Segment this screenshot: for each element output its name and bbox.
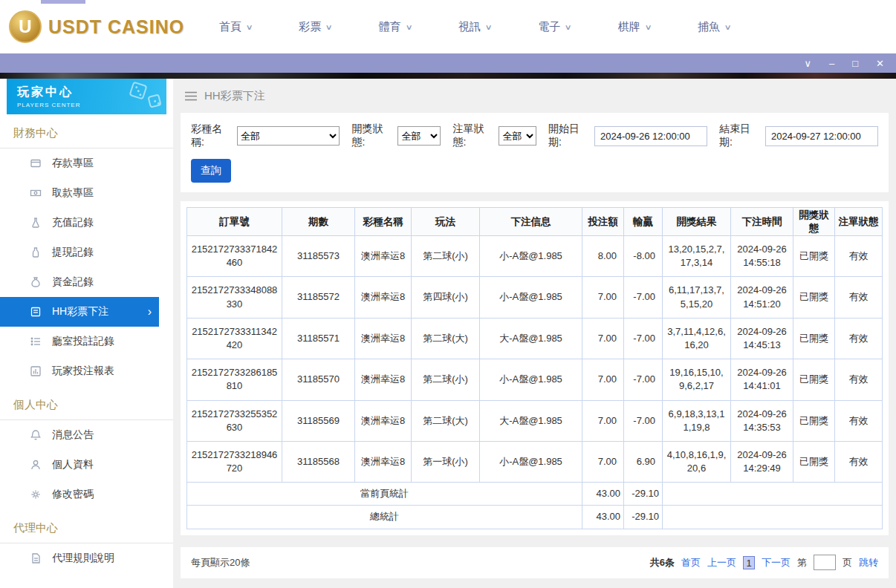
col-play: 玩法 bbox=[412, 208, 480, 236]
filter-panel: 彩種名稱: 全部 開獎狀態: 全部 注單狀態: 全部 開始日期: 結束日期: 查… bbox=[181, 113, 889, 192]
nav-item-sports[interactable]: 體育∨ bbox=[379, 20, 412, 34]
gear-icon bbox=[30, 489, 42, 500]
chevron-down-icon: ∨ bbox=[405, 23, 412, 31]
chevron-down-icon: ∨ bbox=[644, 23, 652, 31]
page-summary-amount: 43.00 bbox=[582, 483, 624, 506]
sidebar-item-player-bet-report[interactable]: 玩家投注報表 bbox=[0, 356, 173, 386]
cell-order_status: 有效 bbox=[835, 318, 883, 359]
col-winloss: 輸贏 bbox=[624, 208, 663, 236]
deposit-icon bbox=[30, 157, 42, 169]
chevron-down-icon: ∨ bbox=[485, 23, 493, 31]
page-title: HH彩票下注 bbox=[204, 89, 265, 103]
col-lottery: 彩種名稱 bbox=[355, 208, 412, 236]
cell-lottery: 澳洲幸运8 bbox=[355, 277, 412, 318]
page-jump-input[interactable] bbox=[814, 555, 836, 570]
cell-time: 2024-09-26 14:29:49 bbox=[731, 441, 793, 482]
draw-status-filter-label: 開獎狀態: bbox=[351, 122, 393, 149]
draw-status-select[interactable]: 全部 bbox=[397, 126, 441, 146]
main-content: HH彩票下注 彩種名稱: 全部 開獎狀態: 全部 注單狀態: 全部 開始日期: … bbox=[173, 79, 896, 588]
cell-period: 31185570 bbox=[282, 359, 355, 400]
cell-info: 大-A盤@1.985 bbox=[480, 318, 582, 359]
sidebar-item-announcements[interactable]: 消息公告 bbox=[0, 420, 173, 450]
cell-period: 31185568 bbox=[282, 441, 355, 482]
nav-item-electronic[interactable]: 電子∨ bbox=[538, 20, 571, 34]
sidebar: 玩家中心 PLAYERS CENTER 財務中心 存款專區 取款專區 充值記錄 … bbox=[0, 79, 173, 588]
table-summary: 當前頁統計 43.00 -29.10 總統計 43.00 -29.10 bbox=[187, 483, 883, 529]
records-list-icon bbox=[30, 336, 42, 347]
logo[interactable]: U USDT CASINO bbox=[9, 10, 191, 43]
col-order: 訂單號 bbox=[187, 208, 282, 236]
sidebar-item-withdrawal-record[interactable]: 提現記錄 bbox=[0, 238, 173, 267]
report-chart-icon bbox=[30, 365, 42, 377]
table-row: 215217273334808833031185572澳洲幸运8第四球(小)小-… bbox=[187, 277, 883, 318]
order-status-select[interactable]: 全部 bbox=[499, 126, 536, 146]
prev-page-link[interactable]: 上一页 bbox=[707, 556, 736, 569]
current-page[interactable]: 1 bbox=[743, 556, 755, 569]
total-count: 共6条 bbox=[650, 556, 675, 569]
end-date-input[interactable] bbox=[765, 126, 878, 146]
cell-period: 31185573 bbox=[282, 236, 355, 277]
next-page-link[interactable]: 下一页 bbox=[762, 556, 791, 569]
page-summary-empty bbox=[663, 483, 883, 506]
cell-order: 2152172733286185810 bbox=[187, 359, 282, 400]
cell-play: 第二球(小) bbox=[412, 359, 480, 400]
cell-order_status: 有效 bbox=[835, 359, 883, 400]
jump-link[interactable]: 跳转 bbox=[859, 556, 878, 569]
cell-order: 2152172733218946720 bbox=[187, 441, 282, 482]
cell-result: 4,10,8,16,1,9,20,6 bbox=[663, 441, 731, 482]
nav-item-home[interactable]: 首頁∨ bbox=[219, 20, 252, 34]
cell-order: 2152172733311342420 bbox=[187, 318, 282, 359]
nav-item-boardgames[interactable]: 棋牌∨ bbox=[618, 20, 651, 34]
total-summary-amount: 43.00 bbox=[582, 506, 624, 529]
window-minimize-icon[interactable]: – bbox=[829, 59, 834, 68]
bottle-icon bbox=[30, 246, 42, 258]
col-period: 期數 bbox=[282, 208, 355, 236]
total-summary-winloss: -29.10 bbox=[624, 506, 663, 529]
personal-menu: 消息公告 個人資料 修改密碼 bbox=[0, 420, 173, 509]
nav-item-fishing[interactable]: 捕魚∨ bbox=[698, 20, 730, 34]
cell-lottery: 澳洲幸运8 bbox=[355, 318, 412, 359]
window-close-icon[interactable]: ✕ bbox=[876, 59, 884, 68]
lottery-filter-label: 彩種名稱: bbox=[191, 122, 233, 149]
sidebar-item-recharge-record[interactable]: 充值記錄 bbox=[0, 208, 173, 238]
main-nav: 首頁∨ 彩票∨ 體育∨ 視訊∨ 電子∨ 棋牌∨ 捕魚∨ bbox=[219, 20, 730, 34]
chevron-down-icon: ∨ bbox=[325, 23, 333, 31]
start-date-input[interactable] bbox=[594, 126, 707, 146]
table-row: 215217273325535263031185569澳洲幸运8第二球(大)大-… bbox=[187, 400, 883, 441]
cell-order_status: 有效 bbox=[835, 277, 883, 318]
window-maximize-icon[interactable]: □ bbox=[852, 59, 858, 68]
bet-list-icon bbox=[30, 306, 42, 318]
col-result: 開獎結果 bbox=[663, 208, 731, 236]
first-page-link[interactable]: 首页 bbox=[681, 556, 701, 569]
search-button[interactable]: 查詢 bbox=[191, 159, 231, 183]
table-header-row: 訂單號 期數 彩種名稱 玩法 下注信息 投注額 輸贏 開獎結果 下注時間 開獎狀… bbox=[187, 208, 883, 236]
menu-icon[interactable] bbox=[185, 91, 197, 101]
money-bag-icon bbox=[30, 276, 42, 288]
sidebar-item-hh-lottery-bets[interactable]: HH彩票下注 › bbox=[0, 297, 159, 327]
top-bar: U USDT CASINO 首頁∨ 彩票∨ 體育∨ 視訊∨ 電子∨ 棋牌∨ 捕魚… bbox=[0, 0, 896, 53]
window-dropdown-icon[interactable]: ∨ bbox=[804, 59, 811, 68]
sidebar-item-funds-record[interactable]: 資金記錄 bbox=[0, 267, 173, 297]
nav-item-lottery[interactable]: 彩票∨ bbox=[299, 20, 331, 34]
breadcrumb: HH彩票下注 bbox=[173, 79, 896, 113]
order-status-filter-label: 注單狀態: bbox=[452, 122, 494, 149]
cell-time: 2024-09-26 14:55:18 bbox=[731, 236, 793, 277]
sidebar-item-profile[interactable]: 個人資料 bbox=[0, 450, 173, 480]
lottery-select[interactable]: 全部 bbox=[237, 126, 340, 146]
cell-result: 6,9,18,3,13,11,19,8 bbox=[663, 400, 731, 441]
tab-sliver bbox=[41, 0, 85, 4]
logo-icon: U bbox=[9, 10, 42, 43]
sidebar-item-hall-bet-records[interactable]: 廳室投註記錄 bbox=[0, 327, 173, 356]
cell-info: 小-A盤@1.985 bbox=[480, 441, 582, 482]
nav-item-video[interactable]: 視訊∨ bbox=[458, 20, 491, 34]
cell-lottery: 澳洲幸运8 bbox=[355, 359, 412, 400]
total-summary-row: 總統計 43.00 -29.10 bbox=[187, 506, 883, 529]
total-summary-label: 總統計 bbox=[187, 506, 582, 529]
cell-result: 19,16,15,10,9,6,2,17 bbox=[663, 359, 731, 400]
cell-play: 第四球(小) bbox=[412, 277, 480, 318]
sidebar-item-agent-rules[interactable]: 代理規則說明 bbox=[0, 543, 173, 573]
sidebar-item-deposit[interactable]: 存款專區 bbox=[0, 148, 173, 178]
sidebar-item-change-password[interactable]: 修改密碼 bbox=[0, 480, 173, 509]
sidebar-item-withdraw[interactable]: 取款專區 bbox=[0, 178, 173, 208]
cell-amount: 7.00 bbox=[582, 277, 624, 318]
